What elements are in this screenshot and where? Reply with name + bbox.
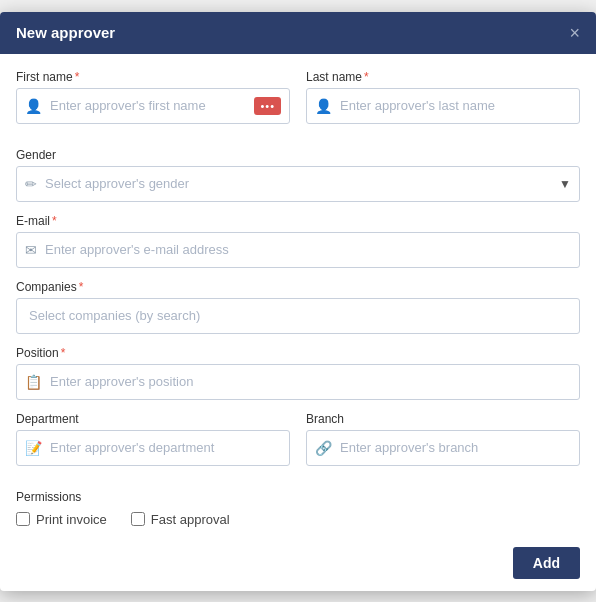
modal-title: New approver — [16, 24, 115, 41]
fast-approval-checkbox[interactable] — [131, 512, 145, 526]
first-name-field: First name* 👤 ••• — [16, 70, 290, 124]
position-input-wrapper: 📋 — [16, 364, 580, 400]
fast-approval-checkbox-item[interactable]: Fast approval — [131, 512, 230, 527]
person-icon-first: 👤 — [25, 98, 42, 114]
print-invoice-label: Print invoice — [36, 512, 107, 527]
close-button[interactable]: × — [569, 24, 580, 42]
gender-select[interactable]: Select approver's gender Male Female Oth… — [45, 176, 559, 191]
email-input-wrapper: ✉ — [16, 232, 580, 268]
companies-search-wrapper — [16, 298, 580, 334]
position-icon: 📋 — [25, 374, 42, 390]
companies-label: Companies* — [16, 280, 580, 294]
last-name-input[interactable] — [340, 98, 571, 113]
modal-footer: Add — [0, 539, 596, 591]
extra-icon: ••• — [260, 100, 275, 112]
chevron-down-icon: ▼ — [559, 177, 571, 191]
add-button[interactable]: Add — [513, 547, 580, 579]
branch-icon: 🔗 — [315, 440, 332, 456]
email-label: E-mail* — [16, 214, 580, 228]
branch-input-wrapper: 🔗 — [306, 430, 580, 466]
branch-label: Branch — [306, 412, 580, 426]
branch-input[interactable] — [340, 440, 571, 455]
branch-field: Branch 🔗 — [306, 412, 580, 466]
position-input[interactable] — [50, 374, 571, 389]
name-row: First name* 👤 ••• Last name* 👤 — [16, 70, 580, 136]
department-input-wrapper: 📝 — [16, 430, 290, 466]
modal-header: New approver × — [0, 12, 596, 54]
gender-select-wrapper: ✏ Select approver's gender Male Female O… — [16, 166, 580, 202]
last-name-label: Last name* — [306, 70, 580, 84]
gender-icon: ✏ — [25, 176, 37, 192]
department-input[interactable] — [50, 440, 281, 455]
first-name-input-wrapper: 👤 ••• — [16, 88, 290, 124]
last-name-field: Last name* 👤 — [306, 70, 580, 124]
last-name-input-wrapper: 👤 — [306, 88, 580, 124]
permissions-section: Permissions Print invoice Fast approval — [16, 490, 580, 527]
position-field: Position* 📋 — [16, 346, 580, 400]
new-approver-modal: New approver × First name* 👤 ••• — [0, 12, 596, 591]
extra-options-button[interactable]: ••• — [254, 97, 281, 115]
fast-approval-label: Fast approval — [151, 512, 230, 527]
department-field: Department 📝 — [16, 412, 290, 466]
first-name-label: First name* — [16, 70, 290, 84]
print-invoice-checkbox[interactable] — [16, 512, 30, 526]
gender-field: Gender ✏ Select approver's gender Male F… — [16, 148, 580, 202]
permissions-label: Permissions — [16, 490, 580, 504]
dept-branch-row: Department 📝 Branch 🔗 — [16, 412, 580, 478]
position-label: Position* — [16, 346, 580, 360]
companies-search-input[interactable] — [29, 308, 567, 323]
email-field: E-mail* ✉ — [16, 214, 580, 268]
department-icon: 📝 — [25, 440, 42, 456]
email-icon: ✉ — [25, 242, 37, 258]
first-name-input[interactable] — [50, 98, 254, 113]
gender-label: Gender — [16, 148, 580, 162]
companies-field: Companies* — [16, 280, 580, 334]
department-label: Department — [16, 412, 290, 426]
print-invoice-checkbox-item[interactable]: Print invoice — [16, 512, 107, 527]
person-icon-last: 👤 — [315, 98, 332, 114]
email-input[interactable] — [45, 242, 571, 257]
permissions-checkboxes: Print invoice Fast approval — [16, 512, 580, 527]
modal-body: First name* 👤 ••• Last name* 👤 — [0, 54, 596, 539]
